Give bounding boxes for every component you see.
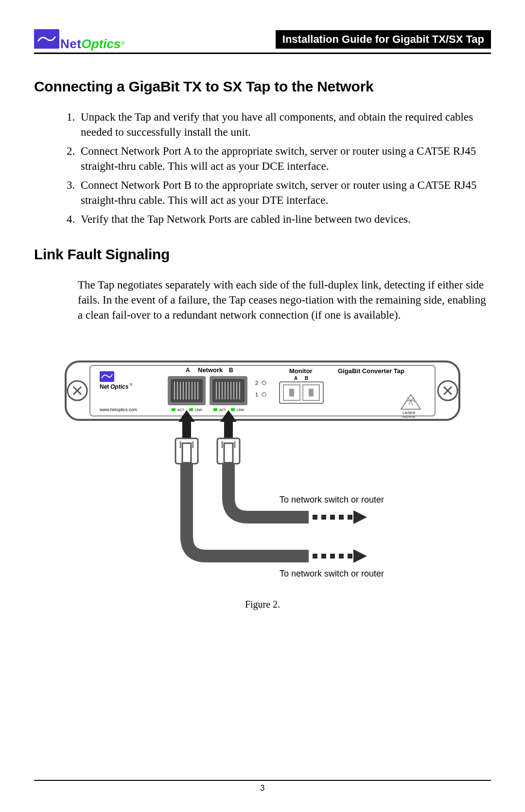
- rj45-plug-b: [217, 438, 240, 464]
- cable-label-bottom: To network switch or router: [280, 569, 384, 578]
- list-item: Connect Network Port A to the appropriat…: [78, 144, 491, 174]
- led-act-a: [172, 408, 175, 411]
- tap-device-diagram: Net Optics ® www.netoptics.com A Network…: [56, 357, 469, 590]
- network-b-label: B: [229, 367, 233, 374]
- device-url: www.netoptics.com: [99, 407, 137, 412]
- cable-a: [187, 464, 309, 556]
- footer-rule: [34, 780, 491, 781]
- rj45-port-b: [210, 376, 247, 405]
- figure-caption: Figure 2.: [245, 599, 280, 610]
- monitor-label: Monitor: [289, 367, 313, 375]
- section-heading-link-fault: Link Fault Signaling: [34, 246, 491, 263]
- page-header: NetOptics® Installation Guide for Gigabi…: [34, 29, 491, 49]
- brand-logo: NetOptics®: [34, 29, 125, 49]
- svg-rect-4: [100, 371, 114, 382]
- monitor-a-label: A: [294, 376, 298, 381]
- svg-rect-41: [182, 443, 191, 463]
- arrowhead-bottom: [353, 549, 367, 563]
- svg-rect-45: [224, 443, 233, 463]
- arrowhead-top: [353, 510, 367, 524]
- caution-label: CAUTION: [402, 415, 415, 418]
- section-heading-connecting: Connecting a GigaBit TX to SX Tap to the…: [34, 78, 491, 95]
- led-link-a-label: LINK: [195, 408, 203, 412]
- list-item: Unpack the Tap and verify that you have …: [78, 109, 491, 140]
- rj45-plug-a: [175, 438, 198, 464]
- cable-label-top: To network switch or router: [280, 495, 384, 505]
- link-fault-body: The Tap negotiates separately with each …: [78, 277, 491, 323]
- svg-rect-39: [224, 420, 233, 438]
- svg-rect-31: [309, 389, 314, 397]
- product-name: GigaBit Converter Tap: [338, 367, 404, 375]
- led-2-label: 2: [255, 380, 258, 386]
- monitor-port: [280, 382, 323, 403]
- logo-reg-mark: ®: [121, 39, 125, 46]
- device-logo-optics: Optics: [110, 383, 129, 390]
- led-1-label: 1: [255, 392, 258, 397]
- device-logo-reg: ®: [130, 383, 133, 386]
- laser-label: LASER: [402, 411, 415, 415]
- wave-icon: [34, 29, 59, 49]
- led-act-a-label: ACT: [177, 408, 185, 412]
- led-act-b: [213, 408, 217, 411]
- svg-rect-38: [182, 420, 191, 438]
- logo-net-text: Net: [60, 36, 81, 51]
- svg-rect-30: [289, 389, 294, 397]
- guide-title-bar: Installation Guide for Gigabit TX/SX Tap: [276, 30, 491, 49]
- cable-b: [228, 464, 309, 517]
- led-link-a: [189, 408, 193, 411]
- list-item: Connect Network Port B to the appropriat…: [78, 178, 491, 208]
- header-rule: [34, 53, 491, 54]
- list-item: Verify that the Tap Network Ports are ca…: [78, 212, 491, 227]
- page-number: 3: [34, 784, 491, 793]
- network-a-label: A: [186, 367, 190, 374]
- logo-optics-text: Optics: [81, 36, 121, 51]
- led-act-b-label: ACT: [219, 408, 227, 412]
- led-link-b-label: LINK: [237, 408, 245, 412]
- rj45-port-a: [168, 376, 206, 405]
- network-label: Network: [198, 366, 223, 374]
- led-link-b: [231, 408, 235, 411]
- device-logo-net: Net: [100, 383, 109, 390]
- install-steps-list: Unpack the Tap and verify that you have …: [78, 109, 491, 227]
- monitor-b-label: B: [305, 376, 308, 381]
- figure-2: Net Optics ® www.netoptics.com A Network…: [34, 357, 491, 610]
